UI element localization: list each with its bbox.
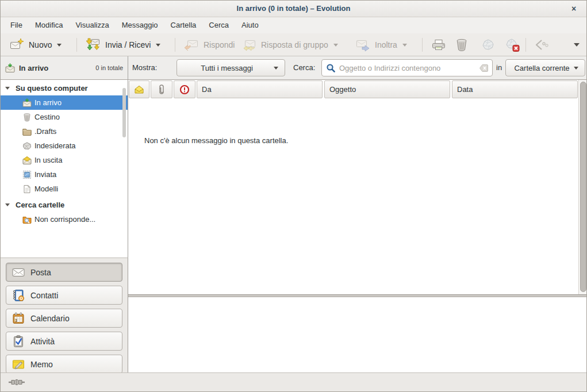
- clear-input-icon[interactable]: [479, 64, 488, 72]
- inbox-icon: [22, 98, 32, 107]
- column-header-data[interactable]: Data: [452, 80, 578, 98]
- filter-bar: In arrivo 0 in totale Mostra: Tutti i me…: [1, 56, 586, 80]
- print-button[interactable]: [430, 36, 447, 53]
- junk-icon: [481, 38, 495, 52]
- column-header-priority[interactable]: [174, 80, 195, 98]
- sidebar-item-in-arrivo[interactable]: In arrivo: [1, 95, 128, 110]
- menu-item-messaggio[interactable]: Messaggio: [116, 17, 164, 33]
- delete-button[interactable]: [453, 36, 470, 53]
- expander-icon[interactable]: [5, 203, 10, 206]
- toolbar-separator: [525, 38, 526, 52]
- preview-pane: [128, 297, 587, 372]
- switcher-tasks-button[interactable]: Attività: [6, 332, 122, 351]
- close-icon[interactable]: ×: [568, 1, 580, 17]
- message-list-scrollbar[interactable]: [578, 80, 587, 294]
- menu-item-cartella[interactable]: Cartella: [164, 17, 203, 33]
- new-mail-icon: [10, 38, 24, 52]
- toolbar-separator: [175, 38, 175, 52]
- search-input[interactable]: [339, 64, 476, 72]
- show-filter-dropdown[interactable]: Tutti i messaggi: [177, 59, 285, 76]
- status-bar: [1, 372, 586, 392]
- folder-label: In arrivo: [34, 98, 62, 107]
- current-folder-header: In arrivo 0 in totale: [1, 56, 128, 79]
- show-filter-value: Tutti i messaggi: [201, 64, 253, 72]
- new-message-button[interactable]: Nuovo: [5, 36, 66, 54]
- search-input-container: [321, 59, 493, 76]
- contacts-icon: [12, 289, 25, 302]
- expander-icon[interactable]: [5, 87, 10, 90]
- sidebar-item-in-uscita[interactable]: In uscita: [1, 153, 128, 167]
- column-header-da[interactable]: Da: [197, 80, 323, 98]
- junk-button[interactable]: [479, 36, 497, 53]
- toolbar-separator: [422, 38, 423, 52]
- switcher-label: Contatti: [30, 291, 58, 300]
- send-receive-button[interactable]: Invia / Ricevi: [82, 36, 165, 54]
- current-folder-name: In arrivo: [19, 64, 48, 72]
- reply-group-button[interactable]: Risposta di gruppo: [237, 36, 343, 54]
- chevron-down-icon: [574, 43, 580, 47]
- menu-item-aiuto[interactable]: Aiuto: [235, 17, 265, 33]
- sidebar-item-indesiderata[interactable]: Indesiderata: [1, 139, 128, 153]
- search-folder-icon: [22, 215, 32, 224]
- forward-button[interactable]: Inoltra: [351, 36, 412, 54]
- chevron-down-icon[interactable]: [57, 44, 62, 47]
- tasks-icon: [12, 335, 25, 348]
- chevron-down-icon[interactable]: [402, 44, 407, 47]
- svg-text:3: 3: [15, 318, 17, 322]
- window-title: In arrivo (0 in totale) – Evolution: [237, 4, 351, 13]
- scrollbar-thumb[interactable]: [580, 82, 586, 292]
- reply-group-icon: [242, 38, 256, 52]
- sidebar-item-drafts[interactable]: .Drafts: [1, 124, 128, 139]
- outbox-icon: [22, 156, 32, 165]
- switcher-mail-button[interactable]: Posta: [6, 263, 122, 282]
- column-header-attachment[interactable]: [151, 80, 172, 98]
- toolbar: Nuovo Invia / Ricevi: [1, 33, 586, 56]
- chevron-down-icon[interactable]: [156, 44, 160, 47]
- folder-label: Non corrisponde...: [34, 215, 95, 224]
- back-icon: [534, 38, 551, 52]
- online-status-icon[interactable]: [8, 377, 25, 387]
- back-button[interactable]: [532, 36, 553, 53]
- switcher-label: Posta: [30, 268, 51, 277]
- not-junk-button[interactable]: [504, 36, 521, 53]
- menu-item-modifica[interactable]: Modifica: [29, 17, 69, 33]
- toolbar-separator: [76, 38, 77, 52]
- folder-count: 0 in totale: [95, 64, 123, 71]
- sidebar-item-non-corrisponde[interactable]: Non corrisponde...: [1, 212, 128, 226]
- switcher-calendar-button[interactable]: 3 Calendario: [6, 309, 122, 328]
- tree-group-search-folders[interactable]: Cerca cartelle: [1, 198, 128, 212]
- forward-label: Inoltra: [375, 40, 397, 49]
- sidebar-scrollbar[interactable]: [122, 88, 126, 137]
- menu-item-file[interactable]: File: [4, 17, 29, 33]
- menu-item-cerca[interactable]: Cerca: [202, 17, 235, 33]
- column-header-read-status[interactable]: [129, 80, 149, 98]
- folder-label: Indesiderata: [34, 141, 76, 150]
- forward-icon: [356, 38, 370, 52]
- sidebar-item-modelli[interactable]: Modelli: [1, 182, 128, 196]
- search-scope-value: Cartella corrente: [514, 64, 569, 72]
- sidebar-item-inviata[interactable]: Inviata: [1, 167, 128, 182]
- reply-button[interactable]: Rispondi: [180, 36, 239, 54]
- message-list-panel: Da Oggetto Data Non c'è alcun messaggio …: [128, 80, 587, 372]
- column-header-label: Da: [202, 85, 212, 94]
- toolbar-overflow-button[interactable]: [570, 36, 584, 53]
- menu-item-visualizza[interactable]: Visualizza: [69, 17, 115, 33]
- chevron-down-icon[interactable]: [333, 44, 338, 47]
- folder-label: In uscita: [34, 156, 62, 164]
- search-scope-dropdown[interactable]: Cartella corrente: [505, 59, 585, 76]
- column-header-oggetto[interactable]: Oggetto: [324, 80, 450, 98]
- empty-folder-message: Non c'è alcun messaggio in questa cartel…: [144, 136, 288, 145]
- tree-group-this-computer[interactable]: Su questo computer: [1, 81, 128, 95]
- send-receive-label: Invia / Ricevi: [105, 40, 151, 49]
- switcher-memo-button[interactable]: Memo: [6, 355, 122, 374]
- switcher-label: Calendario: [30, 314, 70, 323]
- switcher-label: Attività: [30, 337, 55, 346]
- message-list-body[interactable]: Non c'è alcun messaggio in questa cartel…: [128, 99, 578, 294]
- folder-label: Modelli: [34, 185, 58, 193]
- evolution-window: In arrivo (0 in totale) – Evolution × Fi…: [0, 0, 587, 392]
- component-switcher: Posta Contatti: [1, 258, 128, 372]
- titlebar[interactable]: In arrivo (0 in totale) – Evolution ×: [1, 1, 586, 17]
- reply-label: Rispondi: [204, 40, 235, 49]
- sidebar-item-cestino[interactable]: Cestino: [1, 110, 128, 124]
- switcher-contacts-button[interactable]: Contatti: [6, 286, 122, 305]
